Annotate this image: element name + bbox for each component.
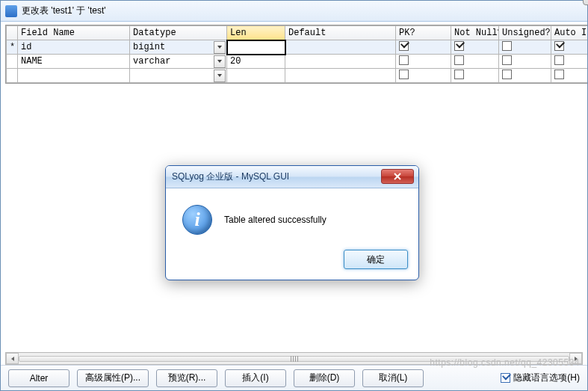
checkbox-icon (454, 55, 464, 65)
scroll-left-button[interactable] (6, 353, 19, 364)
col-len[interactable]: Len (227, 26, 285, 40)
cell-len[interactable] (227, 69, 285, 83)
col-not-null[interactable]: Not Null? (451, 26, 499, 40)
arrow-right-icon (573, 356, 579, 362)
window-title: 更改表 'test1' 于 'test' (22, 4, 106, 17)
cell-not-null[interactable] (451, 69, 499, 83)
table-row[interactable]: NAME varchar 20 (7, 55, 588, 69)
cell-default[interactable] (285, 69, 396, 83)
app-icon (5, 5, 17, 17)
cell-datatype[interactable] (130, 69, 227, 83)
dialog-close-button[interactable] (381, 169, 414, 184)
delete-button[interactable]: 删除(D) (294, 369, 355, 387)
chevron-down-icon (217, 73, 223, 78)
checkbox-icon (554, 41, 564, 51)
cell-len[interactable] (227, 40, 285, 55)
col-auto-inc[interactable]: Auto Incr (551, 26, 588, 40)
cell-field[interactable] (18, 69, 130, 83)
header-marker (7, 26, 18, 40)
checkbox-icon (554, 70, 564, 79)
cell-field[interactable]: NAME (18, 55, 130, 69)
cell-not-null[interactable] (451, 40, 499, 55)
row-marker (7, 69, 18, 83)
insert-button[interactable]: 插入(I) (225, 369, 286, 387)
table-row[interactable] (7, 69, 588, 83)
cell-len[interactable]: 20 (227, 55, 285, 69)
button-bar: Alter 高级属性(P)... 预览(R)... 插入(I) 删除(D) 取消… (1, 365, 587, 390)
cell-datatype[interactable]: varchar (130, 55, 227, 69)
checkbox-icon (502, 55, 512, 65)
cell-auto-inc[interactable] (551, 40, 588, 55)
arrow-left-icon (10, 356, 16, 362)
checkbox-icon (502, 70, 512, 79)
cell-not-null[interactable] (451, 55, 499, 69)
chevron-down-icon (217, 58, 223, 64)
datatype-dropdown-button[interactable] (214, 70, 226, 82)
cell-pk[interactable] (396, 55, 451, 69)
header-row: Field Name Datatype Len Default PK? Not … (7, 26, 588, 40)
cell-auto-inc[interactable] (551, 55, 588, 69)
dialog-button-row: 确定 (166, 245, 418, 280)
dialog-body: i Table altered successfully (166, 188, 418, 245)
advanced-props-button[interactable]: 高级属性(P)... (77, 369, 149, 387)
cell-auto-inc[interactable] (551, 69, 588, 83)
col-default[interactable]: Default (285, 26, 396, 40)
horizontal-scrollbar[interactable] (5, 352, 583, 365)
cancel-button[interactable]: 取消(L) (362, 369, 424, 387)
col-datatype[interactable]: Datatype (130, 26, 227, 40)
dialog-ok-button[interactable]: 确定 (344, 250, 408, 269)
checkbox-icon (454, 70, 464, 79)
alter-button[interactable]: Alter (8, 369, 69, 387)
row-marker: * (7, 40, 18, 55)
checkbox-icon (502, 41, 512, 51)
checkbox-icon (454, 41, 464, 51)
info-icon: i (182, 205, 212, 235)
cell-default[interactable] (285, 40, 396, 55)
alter-table-window: 更改表 'test1' 于 'test' Field Name Datatype… (0, 0, 588, 391)
col-field-name[interactable]: Field Name (18, 26, 130, 40)
scroll-right-button[interactable] (569, 353, 582, 364)
window-close-button[interactable] (583, 0, 588, 5)
cell-field[interactable]: id (18, 40, 130, 55)
fields-grid[interactable]: Field Name Datatype Len Default PK? Not … (5, 25, 587, 84)
titlebar[interactable]: 更改表 'test1' 于 'test' (1, 1, 587, 22)
hide-language-label: 隐藏语言选项(H) (513, 372, 580, 384)
dialog-title: SQLyog 企业版 - MySQL GUI (172, 170, 289, 183)
chevron-down-icon (217, 44, 223, 50)
cell-default[interactable] (285, 55, 396, 69)
scroll-track[interactable] (19, 356, 569, 362)
col-pk[interactable]: PK? (396, 26, 451, 40)
cell-unsigned[interactable] (499, 69, 551, 83)
checkbox-icon (399, 70, 409, 79)
datatype-dropdown-button[interactable] (214, 55, 226, 68)
cell-unsigned[interactable] (499, 55, 551, 69)
preview-button[interactable]: 预览(R)... (156, 369, 217, 387)
scroll-grip-icon (291, 356, 298, 362)
checkbox-icon (399, 41, 409, 51)
cell-pk[interactable] (396, 40, 451, 55)
close-icon (393, 173, 402, 180)
cell-datatype[interactable]: bigint (130, 40, 227, 55)
hide-language-option[interactable]: 隐藏语言选项(H) (501, 372, 580, 384)
table-row[interactable]: * id bigint (7, 40, 588, 55)
row-marker (7, 55, 18, 69)
checkbox-icon (501, 373, 510, 383)
dialog-message: Table altered successfully (224, 215, 327, 225)
message-dialog: SQLyog 企业版 - MySQL GUI i Table altered s… (165, 165, 419, 280)
dialog-titlebar[interactable]: SQLyog 企业版 - MySQL GUI (166, 166, 418, 188)
col-unsigned[interactable]: Unsigned? (499, 26, 551, 40)
cell-pk[interactable] (396, 69, 451, 83)
checkbox-icon (399, 55, 409, 65)
cell-unsigned[interactable] (499, 40, 551, 55)
datatype-dropdown-button[interactable] (214, 41, 226, 54)
checkbox-icon (554, 55, 564, 65)
